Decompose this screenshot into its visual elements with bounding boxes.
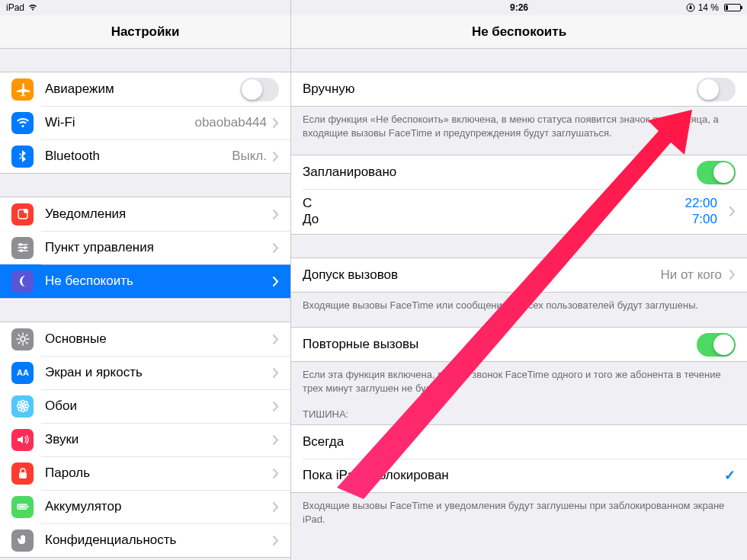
- sidebar-item-label: Основные: [45, 331, 267, 347]
- svg-point-15: [24, 408, 27, 411]
- chevron-right-icon: [729, 206, 736, 216]
- manual-label: Вручную: [303, 82, 697, 97]
- chevron-right-icon: [273, 368, 279, 378]
- chevron-right-icon: [273, 402, 279, 411]
- gear-icon: [11, 328, 34, 350]
- schedule-from-label: С: [303, 195, 319, 211]
- sidebar-item-dnd[interactable]: Не беспокоить: [0, 264, 290, 298]
- sidebar-item-controlcenter[interactable]: Пункт управления: [0, 231, 290, 264]
- chevron-right-icon: [273, 243, 279, 253]
- svg-point-13: [24, 402, 27, 405]
- svg-point-14: [18, 408, 21, 411]
- chevron-right-icon: [729, 270, 736, 280]
- bluetooth-icon: [11, 146, 34, 168]
- checkmark-icon: ✓: [724, 467, 736, 484]
- allow-footer: Входящие вызовы FaceTime или сообщения о…: [291, 293, 747, 312]
- hand-icon: [11, 530, 34, 552]
- svg-point-12: [18, 402, 21, 405]
- manual-row[interactable]: Вручную: [291, 72, 747, 106]
- chevron-right-icon: [273, 277, 279, 286]
- manual-footer: Если функция «Не беспокоить» включена, в…: [291, 107, 747, 139]
- repeated-footer: Если эта функция включена, второй звонок…: [291, 362, 747, 395]
- scheduled-toggle[interactable]: [697, 161, 736, 184]
- allow-calls-label: Допуск вызовов: [303, 267, 661, 283]
- clock: 9:26: [510, 2, 528, 13]
- silence-option-1[interactable]: Пока iPad заблокирован✓: [291, 459, 747, 492]
- svg-rect-19: [18, 506, 25, 508]
- svg-point-4: [20, 249, 23, 252]
- sidebar-item-sounds[interactable]: Звуки: [0, 423, 290, 456]
- sidebar-item-battery[interactable]: Аккумулятор: [0, 490, 290, 523]
- sidebar-item-label: Авиарежим: [45, 82, 240, 97]
- chevron-right-icon: [273, 334, 279, 344]
- airplane-toggle[interactable]: [240, 78, 279, 101]
- sidebar-item-privacy[interactable]: Конфиденциальность: [0, 523, 290, 557]
- flower-icon: [11, 395, 34, 418]
- sidebar-item-label: Экран и яркость: [45, 365, 267, 380]
- left-pane-title: Настройки: [0, 15, 290, 49]
- chevron-right-icon: [273, 118, 279, 128]
- sidebar-item-label: Не беспокоить: [45, 274, 267, 289]
- sidebar-item-label: Bluetooth: [45, 149, 232, 164]
- sidebar-item-notifications[interactable]: Уведомления: [0, 197, 290, 231]
- svg-point-7: [21, 405, 24, 408]
- repeated-calls-row[interactable]: Повторные вызовы: [291, 328, 747, 361]
- allow-calls-value: Ни от кого: [661, 267, 722, 283]
- aa-icon: AA: [11, 362, 34, 384]
- silence-section-header: ТИШИНА:: [291, 395, 747, 424]
- schedule-to-value: 7:00: [684, 211, 717, 227]
- sidebar-item-display[interactable]: AAЭкран и яркость: [0, 356, 290, 389]
- chevron-right-icon: [273, 469, 279, 478]
- sidebar-item-label: Звуки: [45, 432, 267, 447]
- svg-text:AA: AA: [17, 368, 29, 377]
- schedule-time-row[interactable]: С До 22:00 7:00: [291, 189, 747, 234]
- battery-icon: [722, 4, 741, 11]
- battery-percent: 14 %: [698, 2, 719, 13]
- sidebar-item-wallpaper[interactable]: Обои: [0, 389, 290, 423]
- right-pane-title: Не беспокоить: [291, 15, 747, 49]
- allow-calls-row[interactable]: Допуск вызовов Ни от кого: [291, 258, 747, 292]
- battery-icon: [11, 496, 34, 518]
- svg-point-3: [24, 246, 27, 249]
- wifi-icon: [11, 112, 34, 134]
- sidebar-item-airplane[interactable]: Авиарежим: [0, 72, 290, 106]
- svg-point-5: [21, 337, 25, 341]
- chevron-right-icon: [273, 435, 279, 445]
- scheduled-row[interactable]: Запланировано: [291, 155, 747, 189]
- status-bar-left: iPad: [0, 0, 290, 15]
- sidebar-item-label: Wi-Fi: [45, 115, 194, 130]
- silence-option-0[interactable]: Всегда: [291, 425, 747, 459]
- airplane-icon: [11, 78, 34, 101]
- sidebar-item-wifi[interactable]: Wi-Fiobaobab444: [0, 106, 290, 139]
- chevron-right-icon: [273, 536, 279, 546]
- chevron-right-icon: [273, 152, 279, 162]
- sidebar-item-label: Пароль: [45, 466, 267, 481]
- svg-point-1: [24, 209, 28, 213]
- chevron-right-icon: [273, 502, 279, 512]
- silence-option-label: Всегда: [303, 434, 736, 450]
- speaker-icon: [11, 429, 34, 451]
- svg-rect-18: [27, 506, 29, 507]
- notifications-icon: [11, 203, 34, 226]
- sidebar-item-general[interactable]: Основные: [0, 322, 290, 356]
- sidebar-item-label: Аккумулятор: [45, 499, 267, 514]
- repeated-calls-toggle[interactable]: [697, 333, 736, 357]
- sidebar-item-passcode[interactable]: Пароль: [0, 456, 290, 490]
- schedule-to-label: До: [303, 211, 319, 227]
- lock-icon: [11, 462, 34, 485]
- device-name: iPad: [6, 2, 24, 13]
- silence-footer: Входящие вызовы FaceTime и уведомления б…: [291, 493, 747, 526]
- silence-option-label: Пока iPad заблокирован: [303, 468, 724, 483]
- repeated-calls-label: Повторные вызовы: [303, 337, 697, 352]
- sidebar-item-label: Пункт управления: [45, 240, 267, 255]
- manual-toggle[interactable]: [697, 78, 736, 101]
- moon-icon: [11, 270, 34, 293]
- svg-rect-16: [19, 472, 27, 478]
- controls-icon: [11, 237, 34, 259]
- sidebar-item-bluetooth[interactable]: BluetoothВыкл.: [0, 139, 290, 173]
- bluetooth-value: Выкл.: [232, 149, 267, 164]
- status-bar-right: 9:26 14 %: [291, 0, 747, 15]
- wifi-value: obaobab444: [194, 115, 267, 130]
- schedule-from-value: 22:00: [684, 195, 717, 211]
- orientation-lock-icon: [686, 3, 695, 12]
